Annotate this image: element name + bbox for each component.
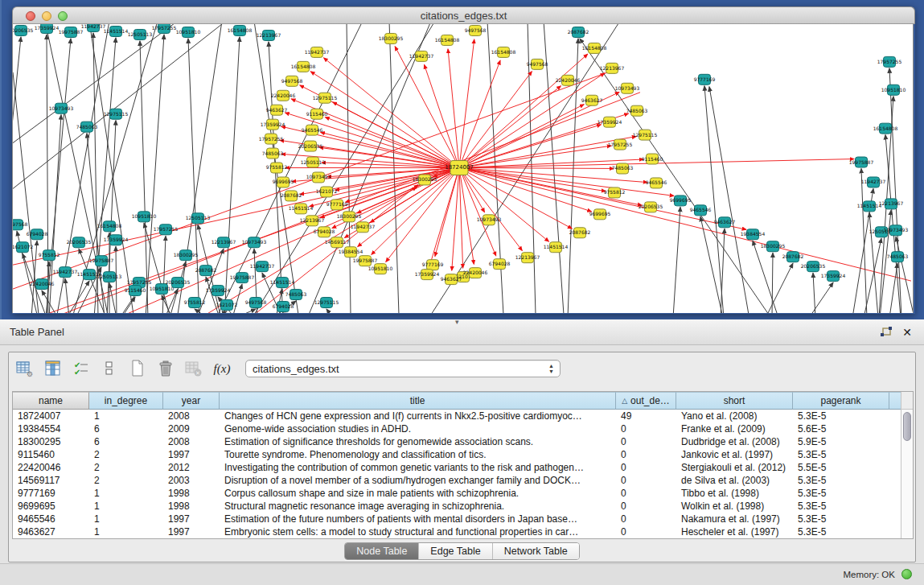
cell-out_de: 0 xyxy=(616,513,676,525)
column-header-out_de[interactable]: △out_de… xyxy=(616,392,676,410)
cell-name: 22420046 xyxy=(13,461,89,474)
table-row[interactable]: 2242004622012Investigating the contribut… xyxy=(13,461,901,474)
column-header-year[interactable]: year xyxy=(163,392,220,410)
delete-table-icon: ✕ xyxy=(185,360,203,377)
svg-text:✔: ✔ xyxy=(74,368,80,377)
desktop-background: citations_edges.txt 20206535173599241997… xyxy=(0,0,924,319)
cell-short: Hescheler et al. (1997) xyxy=(676,525,793,538)
graph-node-label: 11451514 xyxy=(270,279,295,285)
graph-edge xyxy=(47,35,48,313)
cell-title: Estimation of the future numbers of pati… xyxy=(220,513,616,525)
cell-title: Embryonic stem cells: a model to study s… xyxy=(220,525,616,538)
cell-short: Tibbo et al. (1998) xyxy=(676,487,793,500)
graph-edge xyxy=(210,311,227,313)
table-row[interactable]: 946362711997Embryonic stem cells: a mode… xyxy=(13,525,901,538)
network-graph-area[interactable]: 2020653517359924199758871194273711451514… xyxy=(12,24,914,313)
graph-edge xyxy=(13,37,21,313)
graph-node-label: 10973493 xyxy=(49,105,74,111)
graph-node-label: 16154808 xyxy=(435,37,460,43)
graph-node-label: 7485063 xyxy=(262,150,284,156)
row-layout-button[interactable] xyxy=(100,359,119,378)
column-header-title[interactable]: title xyxy=(220,392,616,410)
graph-edge xyxy=(896,237,914,313)
cell-out_de: 0 xyxy=(616,448,676,461)
graph-node-label: 20206535 xyxy=(166,279,191,285)
status-bar: Memory: OK xyxy=(0,563,924,585)
column-header-pagerank[interactable]: pagerank xyxy=(793,392,889,410)
graph-node-label: 17359924 xyxy=(261,122,285,127)
table-row[interactable]: 969969511998Structural magnetic resonanc… xyxy=(13,500,901,513)
cell-pagerank: 5.3E-5 xyxy=(793,525,889,538)
graph-node-label: 12975115 xyxy=(314,299,339,305)
cell-in_degree: 2 xyxy=(89,474,163,487)
graph-node-label: 9777169 xyxy=(422,262,444,267)
cell-pagerank: 5.3E-5 xyxy=(793,500,889,513)
graph-node-label: 9463627 xyxy=(581,97,603,103)
column-header-in_degree[interactable]: in_degree xyxy=(89,392,163,410)
svg-text:✕: ✕ xyxy=(195,370,200,376)
table-settings-button[interactable]: ⚙ xyxy=(15,359,35,378)
graph-node-label: 11942737 xyxy=(250,263,275,269)
cell-pagerank: 5.3E-5 xyxy=(793,513,889,525)
graph-node-label: 17957255 xyxy=(154,226,179,232)
cell-name: 9699695 xyxy=(13,500,89,513)
tab-edge-table[interactable]: Edge Table xyxy=(418,543,491,559)
column-header-filler xyxy=(889,392,901,410)
tab-node-table[interactable]: Node Table xyxy=(345,543,418,559)
table-row[interactable]: 1830029562008Estimation of significance … xyxy=(13,435,901,448)
table-scrollbar[interactable] xyxy=(901,392,913,538)
cell-title: Corpus callosum shape and size in male p… xyxy=(220,487,616,500)
graph-node-label: 9777169 xyxy=(326,201,348,207)
cell-name: 9465546 xyxy=(13,513,89,525)
graph-edge xyxy=(232,284,242,313)
cell-name: 19384554 xyxy=(13,422,89,435)
graph-node-label: 9497568 xyxy=(527,61,548,67)
select-columns-button[interactable]: ✔ ✔ xyxy=(72,359,91,378)
network-canvas[interactable]: 2020653517359924199758871194273711451514… xyxy=(13,24,914,313)
trash-icon xyxy=(157,360,175,377)
graph-node-label: 12213967 xyxy=(879,200,904,206)
cell-short: Stergiakouli et al. (2012) xyxy=(676,461,793,474)
graph-node-label: 9465546 xyxy=(646,179,667,185)
graph-node-label: 10973493 xyxy=(884,227,909,233)
graph-node-label: 10973493 xyxy=(615,85,640,91)
graph-edge xyxy=(809,282,833,313)
table-row[interactable]: 1938455462009Genome-wide association stu… xyxy=(13,422,901,435)
close-window-icon[interactable] xyxy=(26,11,35,21)
graph-node-label: 6794028 xyxy=(273,303,294,309)
graph-node-label: 9115460 xyxy=(125,287,146,293)
table-row[interactable]: 977716911998Corpus callosum shape and si… xyxy=(13,487,901,500)
float-panel-button[interactable] xyxy=(879,325,893,340)
graph-node-label: 9699695 xyxy=(589,211,611,216)
zoom-window-icon[interactable] xyxy=(58,11,68,21)
cell-out_de: 0 xyxy=(616,422,676,435)
table-row[interactable]: 911546021997Tourette syndrome. Phenomeno… xyxy=(13,448,901,461)
graph-node-label: 9755812 xyxy=(39,252,60,257)
window-title-bar[interactable]: citations_edges.txt xyxy=(12,6,915,24)
table-row[interactable]: 1872400712008Changes of HCN gene express… xyxy=(13,410,901,422)
close-panel-button[interactable]: ✕ xyxy=(900,325,914,340)
graph-node-label: 10951810 xyxy=(150,286,175,291)
column-header-short[interactable]: short xyxy=(676,392,793,410)
delete-table-button[interactable]: ✕ xyxy=(184,359,203,378)
graph-edge xyxy=(116,246,117,313)
memory-status-label: Memory: OK xyxy=(843,570,895,579)
column-header-name[interactable]: name xyxy=(13,392,89,410)
scrollbar-thumb[interactable] xyxy=(903,412,911,441)
table-row[interactable]: 1456911722003Disruption of a novel membe… xyxy=(13,474,901,487)
function-builder-button[interactable]: f(x) xyxy=(212,359,232,378)
graph-edge xyxy=(459,168,463,269)
network-table-select[interactable]: citations_edges.txt ▲▼ xyxy=(245,360,561,377)
panel-splitter-icon[interactable]: ▾ xyxy=(455,318,459,326)
new-attribute-button[interactable] xyxy=(128,359,147,378)
column-show-button[interactable] xyxy=(43,359,63,378)
cell-pagerank: 5.3E-5 xyxy=(793,487,889,500)
float-window-icon xyxy=(880,326,893,339)
minimize-window-icon[interactable] xyxy=(42,11,51,21)
tab-network-table[interactable]: Network Table xyxy=(492,543,579,559)
graph-node-label: 10951810 xyxy=(368,266,393,271)
graph-node-label: 17359924 xyxy=(104,237,129,242)
delete-attribute-button[interactable] xyxy=(156,359,175,378)
table-settings-icon: ⚙ xyxy=(16,360,34,377)
table-row[interactable]: 946554611997Estimation of the future num… xyxy=(13,513,901,525)
